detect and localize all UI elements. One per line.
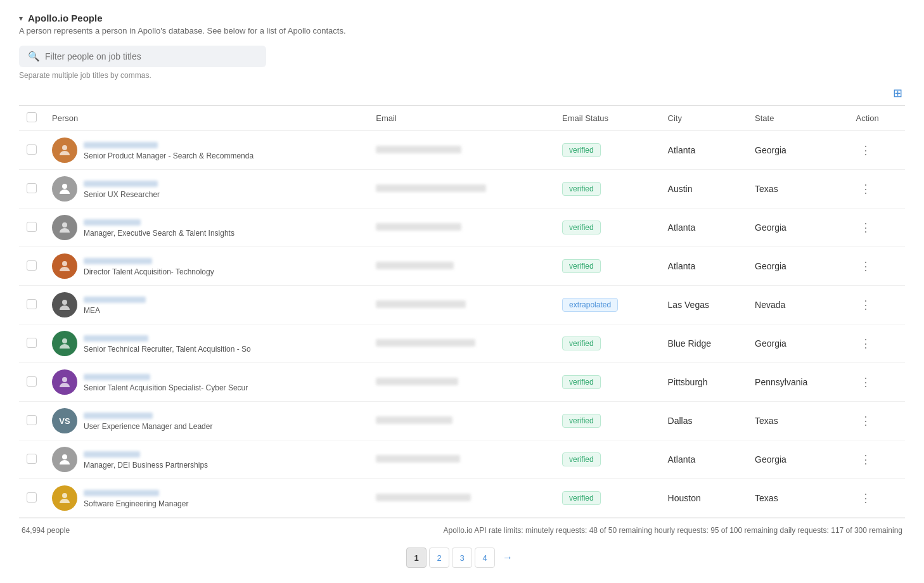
action-menu-button[interactable]: ⋮ (856, 258, 875, 274)
state-cell: Georgia (747, 247, 848, 286)
person-cell: Senior Talent Acquisition Specialist- Cy… (52, 369, 361, 395)
person-name[interactable] (84, 179, 160, 189)
email-cell (368, 170, 555, 208)
row-checkbox[interactable] (27, 183, 37, 193)
search-bar[interactable]: 🔍 (19, 46, 266, 67)
avatar (52, 215, 77, 240)
email-status-cell: extrapolated (555, 286, 660, 324)
person-name[interactable] (84, 450, 208, 459)
state-cell: Texas (747, 170, 848, 208)
search-input[interactable] (45, 51, 257, 61)
status-badge: verified (562, 221, 601, 234)
person-title: Manager, Executive Search & Talent Insig… (84, 229, 234, 238)
state-cell: Georgia (747, 131, 848, 170)
total-people: 64,994 people (22, 526, 70, 535)
city-cell: Atlanta (660, 208, 748, 247)
person-cell: Senior Product Manager - Search & Recomm… (52, 138, 361, 163)
action-menu-button[interactable]: ⋮ (856, 142, 875, 158)
page-btn-2[interactable]: 2 (429, 548, 449, 568)
table-row: Senior UX ResearcherverifiedAustinTexas⋮ (19, 170, 905, 208)
table-row: Senior Talent Acquisition Specialist- Cy… (19, 363, 905, 402)
state-cell: Texas (747, 479, 848, 518)
action-cell: ⋮ (849, 286, 905, 324)
state-cell: Texas (747, 402, 848, 440)
email-status-cell: verified (555, 324, 660, 363)
row-checkbox[interactable] (27, 222, 37, 232)
person-name[interactable] (84, 257, 214, 266)
action-menu-button[interactable]: ⋮ (856, 181, 875, 197)
row-checkbox[interactable] (27, 338, 37, 348)
city-cell: Dallas (660, 402, 748, 440)
person-title: Senior Technical Recruiter, Talent Acqui… (84, 345, 251, 354)
table-row: MEAextrapolatedLas VegasNevada⋮ (19, 286, 905, 324)
person-title: Senior Talent Acquisition Specialist- Cy… (84, 383, 248, 392)
status-badge: verified (562, 182, 601, 196)
table-row: Manager, DEI Business Partnershipsverifi… (19, 440, 905, 479)
action-menu-button[interactable]: ⋮ (856, 490, 875, 506)
search-bar-container: 🔍 (19, 46, 905, 67)
status-badge: verified (562, 375, 601, 389)
row-checkbox[interactable] (27, 376, 37, 387)
page-title: Apollo.io People (28, 13, 103, 23)
col-email-status: Email Status (555, 106, 660, 131)
table-toolbar: ⊞ (19, 86, 905, 100)
email-cell (368, 247, 555, 286)
person-name[interactable] (84, 489, 188, 498)
row-checkbox[interactable] (27, 454, 37, 464)
table-row: Senior Technical Recruiter, Talent Acqui… (19, 324, 905, 363)
state-cell: Nevada (747, 286, 848, 324)
next-page-btn[interactable]: → (497, 548, 518, 568)
person-name[interactable] (84, 334, 251, 343)
row-checkbox[interactable] (27, 144, 37, 155)
avatar (52, 331, 77, 356)
action-menu-button[interactable]: ⋮ (856, 374, 875, 390)
person-cell: Manager, Executive Search & Talent Insig… (52, 215, 361, 240)
action-cell: ⋮ (849, 324, 905, 363)
footer-bar: 64,994 people Apollo.io API rate limits:… (19, 518, 905, 540)
action-menu-button[interactable]: ⋮ (856, 219, 875, 236)
person-name[interactable] (84, 373, 248, 382)
action-menu-button[interactable]: ⋮ (856, 413, 875, 429)
email-cell (368, 324, 555, 363)
person-name[interactable] (84, 295, 146, 305)
col-state: State (747, 106, 848, 131)
person-cell: VSUser Experience Manager and Leader (52, 408, 361, 433)
table-row: VSUser Experience Manager and Leaderveri… (19, 402, 905, 440)
page-btn-4[interactable]: 4 (475, 548, 495, 568)
action-cell: ⋮ (849, 131, 905, 170)
page-btn-3[interactable]: 3 (452, 548, 472, 568)
row-checkbox[interactable] (27, 260, 37, 271)
city-cell: Las Vegas (660, 286, 748, 324)
action-menu-button[interactable]: ⋮ (856, 451, 875, 468)
select-all-checkbox[interactable] (27, 112, 37, 122)
person-name[interactable] (84, 141, 253, 150)
svg-point-8 (62, 493, 67, 498)
person-name[interactable] (84, 411, 212, 421)
row-checkbox[interactable] (27, 415, 37, 425)
email-cell (368, 479, 555, 518)
state-cell: Georgia (747, 440, 848, 479)
person-name[interactable] (84, 218, 234, 227)
action-menu-button[interactable]: ⋮ (856, 297, 875, 313)
person-title: MEA (84, 306, 146, 315)
person-cell: Senior Technical Recruiter, Talent Acqui… (52, 331, 361, 356)
action-cell: ⋮ (849, 363, 905, 402)
action-menu-button[interactable]: ⋮ (856, 335, 875, 352)
row-checkbox[interactable] (27, 299, 37, 309)
avatar (52, 369, 77, 395)
search-icon: 🔍 (28, 51, 40, 62)
avatar: VS (52, 408, 77, 433)
page-subtitle: A person represents a person in Apollo's… (19, 26, 905, 35)
row-checkbox[interactable] (27, 492, 37, 503)
column-chooser-icon[interactable]: ⊞ (893, 86, 902, 100)
status-badge: verified (562, 491, 601, 505)
svg-point-2 (62, 222, 67, 227)
status-badge: extrapolated (562, 298, 618, 312)
person-cell: Manager, DEI Business Partnerships (52, 447, 361, 472)
collapse-icon[interactable]: ▾ (19, 14, 23, 23)
email-status-cell: verified (555, 247, 660, 286)
action-cell: ⋮ (849, 402, 905, 440)
email-status-cell: verified (555, 440, 660, 479)
avatar (52, 176, 77, 202)
page-btn-1[interactable]: 1 (406, 548, 427, 568)
